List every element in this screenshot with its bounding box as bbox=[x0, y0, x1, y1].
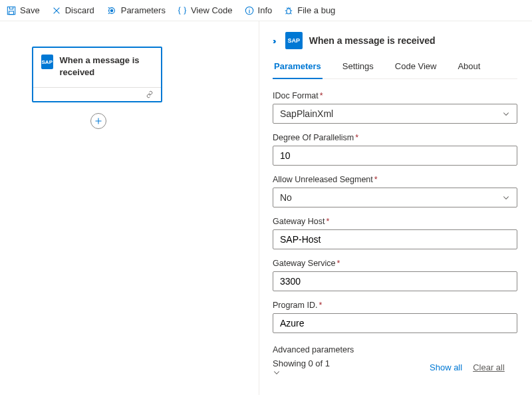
svg-point-3 bbox=[110, 9, 113, 12]
svg-point-5 bbox=[287, 8, 291, 13]
designer-canvas: SAP When a message is received bbox=[0, 21, 259, 395]
parameters-label: Parameters bbox=[121, 5, 166, 15]
field-gateway-host: Gateway Host* bbox=[273, 217, 517, 249]
label-gateway-service: Gateway Service* bbox=[273, 259, 517, 268]
chevron-down-icon bbox=[502, 194, 510, 201]
sap-icon: SAP bbox=[285, 32, 303, 49]
link-icon bbox=[145, 90, 154, 98]
idoc-format-select[interactable]: SapPlainXml bbox=[273, 104, 517, 124]
allow-unreleased-select[interactable]: No bbox=[273, 188, 517, 207]
parameters-button[interactable]: Parameters bbox=[106, 5, 166, 15]
save-icon bbox=[7, 6, 16, 15]
advanced-parameters-select[interactable]: Showing 0 of 1 bbox=[273, 358, 419, 376]
field-allow-unreleased: Allow Unreleased Segment* No bbox=[273, 175, 517, 207]
details-panel: ›› SAP When a message is received Parame… bbox=[259, 21, 532, 395]
gateway-service-input[interactable] bbox=[273, 271, 517, 291]
svg-rect-1 bbox=[9, 11, 14, 14]
panel-tabs: Parameters Settings Code View About bbox=[273, 61, 517, 79]
tab-code-view[interactable]: Code View bbox=[394, 61, 438, 78]
gateway-host-input[interactable] bbox=[273, 229, 517, 249]
label-gateway-host: Gateway Host* bbox=[273, 217, 517, 226]
clear-all-link[interactable]: Clear all bbox=[473, 362, 505, 372]
advanced-parameters-value: Showing 0 of 1 bbox=[273, 358, 330, 368]
view-code-label: View Code bbox=[191, 5, 233, 15]
allow-unreleased-value: No bbox=[280, 192, 292, 203]
file-bug-button[interactable]: File a bug bbox=[284, 5, 335, 15]
tab-parameters[interactable]: Parameters bbox=[273, 61, 323, 79]
advanced-parameters-row: Showing 0 of 1 Show all Clear all bbox=[273, 358, 517, 376]
degree-parallelism-input[interactable] bbox=[273, 146, 517, 166]
field-gateway-service: Gateway Service* bbox=[273, 259, 517, 291]
save-label: Save bbox=[20, 5, 40, 15]
info-label: Info bbox=[258, 5, 273, 15]
bug-icon bbox=[284, 6, 293, 15]
advanced-parameters-label: Advanced parameters bbox=[273, 345, 517, 354]
label-idoc-format: IDoc Format* bbox=[273, 91, 517, 100]
label-degree-parallelism: Degree Of Parallelism* bbox=[273, 133, 517, 142]
add-step-button[interactable] bbox=[90, 113, 106, 129]
discard-label: Discard bbox=[65, 5, 94, 15]
field-program-id: Program ID.* bbox=[273, 301, 517, 333]
collapse-icon[interactable]: ›› bbox=[273, 36, 275, 46]
trigger-card[interactable]: SAP When a message is received bbox=[32, 47, 162, 102]
program-id-input[interactable] bbox=[273, 313, 517, 333]
trigger-card-title: When a message is received bbox=[60, 55, 153, 78]
close-icon bbox=[52, 6, 61, 15]
panel-header: ›› SAP When a message is received bbox=[273, 32, 517, 49]
idoc-format-value: SapPlainXml bbox=[280, 108, 333, 119]
tab-about[interactable]: About bbox=[456, 61, 481, 78]
save-button[interactable]: Save bbox=[7, 5, 40, 15]
field-degree-parallelism: Degree Of Parallelism* bbox=[273, 133, 517, 166]
label-allow-unreleased: Allow Unreleased Segment* bbox=[273, 175, 517, 184]
info-icon bbox=[245, 6, 254, 15]
chevron-down-icon bbox=[502, 110, 510, 118]
info-button[interactable]: Info bbox=[245, 5, 273, 15]
main-content: SAP When a message is received ›› SAP Wh… bbox=[0, 21, 532, 395]
sap-icon: SAP bbox=[41, 55, 53, 69]
file-bug-label: File a bug bbox=[297, 5, 335, 15]
view-code-button[interactable]: View Code bbox=[178, 5, 233, 15]
tab-settings[interactable]: Settings bbox=[341, 61, 375, 78]
show-all-link[interactable]: Show all bbox=[430, 362, 462, 372]
panel-title: When a message is received bbox=[309, 35, 436, 46]
trigger-card-body: SAP When a message is received bbox=[33, 48, 161, 87]
discard-button[interactable]: Discard bbox=[52, 5, 94, 15]
trigger-card-footer bbox=[33, 87, 161, 101]
toolbar: Save Discard Parameters View Code Info F… bbox=[0, 0, 532, 21]
parameters-icon bbox=[106, 6, 117, 15]
field-idoc-format: IDoc Format* SapPlainXml bbox=[273, 91, 517, 124]
chevron-down-icon bbox=[273, 368, 419, 376]
plus-icon bbox=[94, 117, 102, 125]
label-program-id: Program ID.* bbox=[273, 301, 517, 310]
braces-icon bbox=[178, 6, 187, 15]
